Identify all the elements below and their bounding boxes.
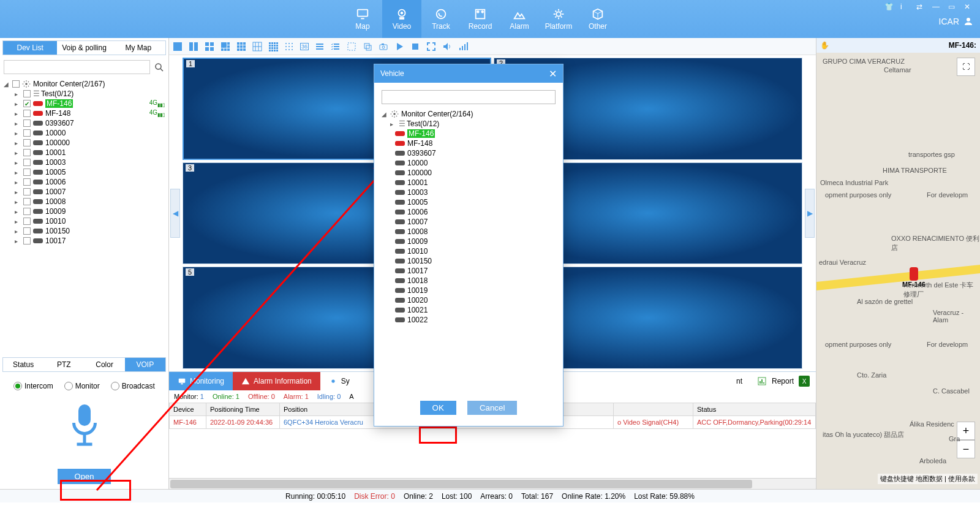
tab-dev-list[interactable]: Dev List xyxy=(3,41,57,55)
layout-1-icon[interactable] xyxy=(173,42,183,51)
modal-item-10010[interactable]: 10010 xyxy=(382,246,556,256)
tree-checkbox[interactable] xyxy=(23,110,31,117)
expand-icon[interactable]: ▸ xyxy=(15,91,21,97)
expand-icon[interactable]: ▸ xyxy=(15,100,21,107)
test-checkbox[interactable] xyxy=(23,90,31,97)
layout-2v-icon[interactable] xyxy=(189,42,198,51)
nav-tab-other[interactable]: Other xyxy=(578,0,617,38)
tree-checkbox[interactable] xyxy=(23,198,31,205)
zoom-out-button[interactable]: − xyxy=(957,440,975,458)
nav-tab-platform[interactable]: Platform xyxy=(539,0,578,38)
tree-node-10010[interactable]: ▸10010 xyxy=(4,216,165,226)
tree-node-10009[interactable]: ▸10009 xyxy=(4,207,165,216)
layout-2x2-icon[interactable] xyxy=(205,42,214,51)
tree-checkbox[interactable] xyxy=(23,178,31,186)
expand-icon[interactable]: ▸ xyxy=(15,169,21,176)
layout-3x3-icon[interactable] xyxy=(236,42,246,51)
system-tab[interactable]: Sy xyxy=(320,372,358,390)
modal-item-10006[interactable]: 10006 xyxy=(382,207,556,217)
expand-icon[interactable]: ◢ xyxy=(4,81,10,88)
modal-item-MF-148[interactable]: MF-148 xyxy=(382,138,556,148)
excel-export-button[interactable]: X xyxy=(799,376,810,387)
select-icon[interactable] xyxy=(347,42,356,51)
tree-checkbox[interactable] xyxy=(23,218,31,225)
modal-item-100000[interactable]: 100000 xyxy=(382,168,556,178)
radio-broadcast[interactable]: Broadcast xyxy=(111,382,155,390)
tree-node-10000[interactable]: ▸10000 xyxy=(4,128,165,138)
tree-node-10017[interactable]: ▸10017 xyxy=(4,236,165,246)
list-check-icon[interactable] xyxy=(331,42,341,51)
expand-icon[interactable]: ▸ xyxy=(15,218,21,225)
modal-item-10020[interactable]: 10020 xyxy=(382,295,556,305)
bottom-tab-status[interactable]: Status xyxy=(3,358,43,371)
map-vehicle-select[interactable]: MF-146: xyxy=(949,41,976,50)
tree-checkbox[interactable] xyxy=(23,100,31,107)
open-button[interactable]: Open xyxy=(58,469,111,484)
layout-36-icon[interactable]: 36 xyxy=(300,43,309,50)
col-device[interactable]: Device xyxy=(170,403,206,416)
modal-tree-root[interactable]: ◢ Monitor Center(2/164) xyxy=(382,109,556,119)
modal-item-10000[interactable]: 10000 xyxy=(382,158,556,168)
tree-root[interactable]: ◢ Monitor Center(2/167) xyxy=(4,79,165,89)
camera-icon[interactable] xyxy=(379,42,388,51)
swap-icon[interactable]: ⇄ xyxy=(916,2,926,12)
bottom-tab-voip[interactable]: VOIP xyxy=(125,358,165,371)
layout-more1-icon[interactable] xyxy=(252,42,262,51)
signal-icon[interactable] xyxy=(458,42,468,51)
speaker-icon[interactable] xyxy=(442,42,452,51)
expand-icon[interactable]: ▸ xyxy=(15,159,21,166)
nav-tab-record[interactable]: Record xyxy=(461,0,500,38)
stop-icon[interactable] xyxy=(410,42,420,51)
tree-node-10006[interactable]: ▸10006 xyxy=(4,177,165,187)
map-hand-icon[interactable]: ✋ xyxy=(820,41,829,50)
modal-tree-test[interactable]: ▸ ☰ Test(0/12) xyxy=(382,119,556,129)
modal-cancel-button[interactable]: Cancel xyxy=(467,401,518,415)
nt-tab[interactable]: nt xyxy=(728,372,751,390)
tab-my-map[interactable]: My Map xyxy=(111,41,165,55)
modal-item-MF-146[interactable]: MF-146 xyxy=(382,129,556,138)
map-fullscreen-button[interactable]: ⛶ xyxy=(957,58,975,76)
tree-checkbox[interactable] xyxy=(23,208,31,215)
modal-item-10008[interactable]: 10008 xyxy=(382,227,556,237)
root-checkbox[interactable] xyxy=(12,80,20,88)
expand-icon[interactable]: ▸ xyxy=(15,150,21,156)
modal-ok-button[interactable]: OK xyxy=(420,401,456,415)
nav-tab-map[interactable]: Map xyxy=(343,0,382,38)
modal-item-10001[interactable]: 10001 xyxy=(382,178,556,188)
search-icon[interactable] xyxy=(154,62,165,73)
play-icon[interactable] xyxy=(394,42,404,51)
device-search-input[interactable] xyxy=(4,60,150,74)
map-canvas[interactable]: ⛶ MF-146 + − 键盘快捷键 地图数据 | 使用条款 GRUPO CIM… xyxy=(816,53,980,489)
modal-item-0393607[interactable]: 0393607 xyxy=(382,148,556,158)
tree-checkbox[interactable] xyxy=(23,139,31,146)
col-status[interactable]: Status xyxy=(693,403,816,416)
tree-checkbox[interactable] xyxy=(23,129,31,137)
tree-checkbox[interactable] xyxy=(23,149,31,156)
modal-item-10003[interactable]: 10003 xyxy=(382,188,556,197)
tree-checkbox[interactable] xyxy=(23,159,31,166)
horizontal-scrollbar[interactable] xyxy=(169,478,816,489)
layout-1+5-icon[interactable] xyxy=(221,42,230,51)
modal-item-10005[interactable]: 10005 xyxy=(382,197,556,207)
expand-icon[interactable]: ▸ xyxy=(390,121,396,127)
tree-checkbox[interactable] xyxy=(23,227,31,235)
expand-icon[interactable]: ▸ xyxy=(15,130,21,137)
list-icon[interactable] xyxy=(315,42,325,51)
tree-checkbox[interactable] xyxy=(23,119,31,127)
alarm-info-tab[interactable]: Alarm Information xyxy=(233,372,320,390)
expand-icon[interactable]: ▸ xyxy=(15,238,21,245)
modal-item-10018[interactable]: 10018 xyxy=(382,276,556,286)
nav-tab-track[interactable]: Track xyxy=(421,0,461,38)
modal-item-100150[interactable]: 100150 xyxy=(382,256,556,266)
expand-icon[interactable]: ▸ xyxy=(15,189,21,195)
tree-node-10008[interactable]: ▸10008 xyxy=(4,197,165,207)
shirt-icon[interactable]: 👕 xyxy=(884,2,894,12)
tree-node-10003[interactable]: ▸10003 xyxy=(4,157,165,167)
modal-search-input[interactable] xyxy=(382,90,556,104)
tree-node-0393607[interactable]: ▸0393607 xyxy=(4,118,165,128)
monitoring-tab[interactable]: Monitoring xyxy=(169,372,233,390)
tree-checkbox[interactable] xyxy=(23,188,31,195)
modal-item-10017[interactable]: 10017 xyxy=(382,266,556,276)
video-next-button[interactable]: ▶ xyxy=(805,189,815,238)
layout-4x4-icon[interactable] xyxy=(268,42,278,51)
